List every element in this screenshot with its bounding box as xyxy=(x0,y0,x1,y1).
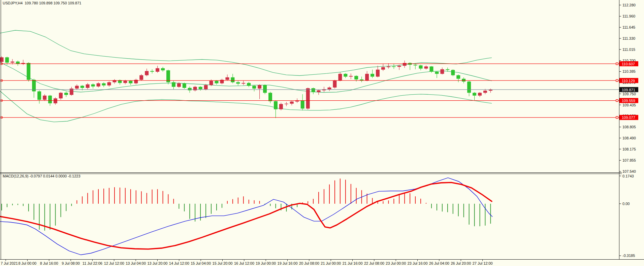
time-tick-label: 15 Jul 04:00 xyxy=(191,261,211,265)
bear-candle-body xyxy=(161,68,165,70)
bull-candle-body xyxy=(376,70,380,77)
bear-candle-body xyxy=(435,72,439,74)
bull-candle-body xyxy=(86,85,90,88)
price-tick-label: 111.330 xyxy=(622,36,635,40)
price-level-badge-label: 109.077 xyxy=(622,115,635,120)
symbol-title: USDJPY,H4 109.780 109.898 109.750 109.87… xyxy=(3,1,81,5)
bear-candle-body xyxy=(467,81,471,93)
bear-candle-body xyxy=(462,79,465,81)
bull-candle-body xyxy=(333,80,336,88)
bear-candle-body xyxy=(5,57,9,63)
bull-candle-body xyxy=(10,62,14,63)
bear-candle-body xyxy=(80,86,84,88)
bear-candle-body xyxy=(274,101,278,109)
bear-candle-body xyxy=(172,82,175,87)
time-tick-label: 23 Jul 00:00 xyxy=(386,261,406,265)
bear-candle-body xyxy=(188,88,192,90)
bull-candle-body xyxy=(365,74,369,80)
time-tick-label: 14 Jul 12:00 xyxy=(169,261,189,265)
price-tick-label: 111.015 xyxy=(622,47,635,52)
bear-candle-body xyxy=(268,93,272,101)
bull-candle-body xyxy=(478,93,482,96)
bear-candle-body xyxy=(419,65,423,68)
time-tick-label: 8 Jul 16:00 xyxy=(40,261,58,265)
bear-candle-body xyxy=(150,71,154,72)
price-tick-label: 111.645 xyxy=(622,25,635,29)
bear-candle-body xyxy=(263,85,267,93)
price-tick-label: 108.805 xyxy=(622,125,636,129)
bull-candle-body xyxy=(424,66,428,68)
bear-candle-body xyxy=(102,83,106,85)
time-tick-label: 27 Jul 12:00 xyxy=(473,261,493,265)
bear-candle-body xyxy=(430,66,433,72)
hline-axis-anchor[interactable] xyxy=(616,100,618,102)
bull-candle-body xyxy=(75,86,79,89)
bear-candle-body xyxy=(354,76,358,79)
bull-candle-body xyxy=(317,90,321,92)
price-tick-label: 107.855 xyxy=(622,158,636,162)
macd-tick-label: -0.3185 xyxy=(622,254,635,258)
bear-candle-body xyxy=(236,82,240,84)
bull-candle-body xyxy=(381,67,385,69)
bull-candle-body xyxy=(387,66,390,67)
bear-candle-body xyxy=(371,74,374,76)
bear-candle-body xyxy=(252,86,256,89)
bull-candle-body xyxy=(483,91,487,93)
price-tick-label: 107.540 xyxy=(622,169,636,173)
bull-candle-body xyxy=(193,87,197,90)
time-tick-label: 26 Jul 20:00 xyxy=(451,261,471,265)
bull-candle-body xyxy=(279,104,283,109)
bull-candle-body xyxy=(220,80,224,83)
bull-candle-body xyxy=(349,76,353,77)
bull-candle-body xyxy=(440,69,444,74)
time-tick-label: 21 Jul 00:00 xyxy=(321,261,341,265)
bear-candle-body xyxy=(48,96,52,103)
bull-candle-body xyxy=(156,68,159,72)
bull-candle-body xyxy=(338,74,342,80)
macd-panel[interactable] xyxy=(1,174,619,260)
time-tick-label: 15 Jul 20:00 xyxy=(213,261,233,265)
time-tick-label: 22 Jul 08:00 xyxy=(364,261,384,265)
hline-axis-anchor[interactable] xyxy=(616,63,618,65)
bull-candle-body xyxy=(327,88,331,89)
price-tick-label: 111.960 xyxy=(622,14,635,18)
bear-candle-body xyxy=(64,93,68,95)
bear-candle-body xyxy=(215,81,219,83)
time-tick-label: 19 Jul 16:00 xyxy=(278,261,298,265)
bull-candle-body xyxy=(134,80,138,83)
bull-candle-body xyxy=(258,85,261,89)
chart-canvas[interactable]: 112.280111.960111.645111.330111.015110.7… xyxy=(0,0,644,266)
time-tick-label: 12 Jul 12:00 xyxy=(104,261,124,265)
bear-candle-body xyxy=(27,63,30,80)
macd-tick-label: 0.00 xyxy=(622,202,630,206)
bear-candle-body xyxy=(247,83,251,86)
price-level-badge-label: 109.559 xyxy=(622,99,635,103)
bear-candle-body xyxy=(91,85,95,87)
bear-candle-body xyxy=(301,100,304,108)
time-tick-label: 23 Jul 16:00 xyxy=(408,261,428,265)
hline-axis-anchor[interactable] xyxy=(616,117,618,119)
bull-candle-body xyxy=(107,82,111,85)
bull-candle-body xyxy=(43,96,46,100)
price-tick-label: 108.175 xyxy=(622,147,636,151)
time-tick-label: 21 Jul 16:00 xyxy=(343,261,363,265)
price-tick-label: 112.280 xyxy=(622,3,636,7)
bull-candle-body xyxy=(145,71,149,75)
bull-candle-body xyxy=(306,88,310,108)
hline-axis-anchor[interactable] xyxy=(616,79,618,81)
time-tick-label: 19 Jul 00:00 xyxy=(256,261,276,265)
bull-candle-body xyxy=(177,83,181,87)
price-level-badge-label: 110.607 xyxy=(622,62,635,66)
bull-candle-body xyxy=(290,102,294,104)
trading-terminal-window: 112.280111.960111.645111.330111.015110.7… xyxy=(0,0,644,266)
bear-candle-body xyxy=(199,87,202,89)
price-tick-label: 110.385 xyxy=(622,69,636,73)
bear-candle-body xyxy=(392,66,396,67)
bull-candle-body xyxy=(123,81,127,83)
time-tick-label: 20 Jul 08:00 xyxy=(299,261,319,265)
bull-candle-body xyxy=(59,93,63,99)
price-tick-label: 109.435 xyxy=(622,103,636,107)
bull-candle-body xyxy=(97,83,100,86)
time-tick-label: 13 Jul 20:00 xyxy=(147,261,167,265)
bear-candle-body xyxy=(344,74,347,76)
